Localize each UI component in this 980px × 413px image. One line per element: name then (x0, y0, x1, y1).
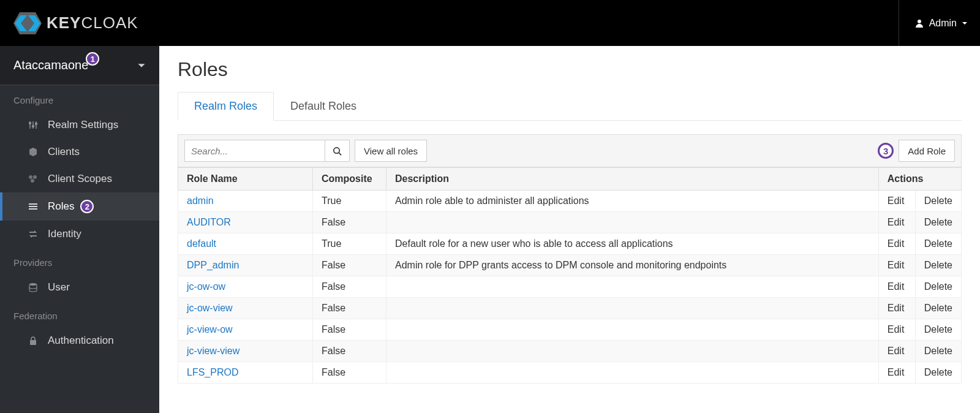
search-input[interactable] (184, 140, 325, 162)
toolbar: View all roles 3 Add Role (178, 134, 962, 167)
sidebar: Ataccamaone 1 Configure Realm Settings C… (0, 46, 159, 413)
add-role-button[interactable]: Add Role (899, 140, 955, 162)
role-composite: True (313, 191, 386, 212)
delete-action[interactable]: Delete (915, 319, 961, 341)
sidebar-item-roles[interactable]: Roles 2 (0, 192, 159, 221)
user-menu[interactable]: Admin (899, 0, 968, 46)
role-link[interactable]: jc-view-ow (187, 324, 233, 335)
svg-point-9 (36, 123, 37, 125)
user-icon (914, 18, 924, 28)
role-link[interactable]: admin (187, 195, 214, 206)
sidebar-item-realm-settings[interactable]: Realm Settings (0, 112, 159, 138)
sliders-icon (27, 120, 39, 130)
svg-point-18 (334, 147, 339, 153)
role-description (386, 298, 879, 319)
delete-action[interactable]: Delete (915, 362, 961, 384)
role-description (386, 362, 879, 384)
keycloak-logo-icon (12, 11, 43, 36)
col-header-composite: Composite (313, 168, 386, 191)
page-title: Roles (178, 58, 962, 81)
svg-point-7 (29, 123, 31, 124)
delete-action[interactable]: Delete (915, 191, 961, 212)
role-link[interactable]: jc-view-view (187, 346, 239, 356)
role-composite: False (313, 298, 386, 319)
sidebar-item-authentication[interactable]: Authentication (0, 327, 159, 354)
edit-action[interactable]: Edit (878, 362, 915, 384)
svg-point-11 (33, 175, 37, 179)
sidebar-item-clients[interactable]: Clients (0, 138, 159, 165)
role-description (386, 212, 879, 233)
svg-point-10 (29, 175, 32, 179)
table-row: jc-view-owFalseEditDelete (178, 319, 962, 341)
edit-action[interactable]: Edit (878, 276, 915, 298)
roles-table: Role Name Composite Description Actions … (178, 167, 962, 384)
col-header-name: Role Name (178, 168, 313, 191)
section-header-providers: Providers (0, 248, 159, 274)
table-row: jc-ow-viewFalseEditDelete (178, 298, 962, 319)
logo[interactable]: KEYCLOAK (12, 11, 138, 36)
chevron-down-icon (962, 20, 968, 26)
sidebar-item-label: Authentication (48, 335, 114, 347)
delete-action[interactable]: Delete (915, 255, 961, 276)
annotation-badge-3: 3 (878, 143, 894, 159)
topbar: KEYCLOAK Admin (0, 0, 980, 46)
chevron-down-icon (137, 61, 146, 70)
role-link[interactable]: default (187, 238, 216, 249)
sidebar-item-identity[interactable]: Identity (0, 221, 159, 248)
tabs: Realm Roles Default Roles (178, 92, 962, 121)
delete-action[interactable]: Delete (915, 276, 961, 298)
role-description: Admin role able to administer all applic… (386, 191, 879, 212)
role-link[interactable]: jc-ow-ow (187, 281, 225, 292)
sidebar-item-label: Realm Settings (48, 119, 118, 131)
cube-icon (27, 147, 39, 157)
table-row: adminTrueAdmin role able to administer a… (178, 191, 962, 212)
edit-action[interactable]: Edit (878, 298, 915, 319)
search-button[interactable] (325, 140, 350, 162)
svg-rect-17 (30, 340, 36, 345)
exchange-icon (27, 229, 39, 239)
tab-default-roles[interactable]: Default Roles (274, 92, 373, 121)
realm-selector[interactable]: Ataccamaone 1 (0, 46, 159, 85)
role-composite: False (313, 341, 386, 362)
sidebar-item-label: User (48, 281, 70, 294)
edit-action[interactable]: Edit (878, 319, 915, 341)
view-all-roles-button[interactable]: View all roles (355, 140, 427, 162)
sidebar-item-client-scopes[interactable]: Client Scopes (0, 165, 159, 192)
main-content: Roles Realm Roles Default Roles View all… (159, 46, 980, 413)
edit-action[interactable]: Edit (878, 255, 915, 276)
table-row: defaultTrueDefault role for a new user w… (178, 233, 962, 255)
role-description: Default role for a new user who is able … (386, 233, 879, 255)
user-name: Admin (929, 18, 957, 29)
svg-point-8 (32, 126, 34, 127)
role-link[interactable]: LFS_PROD (187, 367, 238, 377)
role-composite: False (313, 212, 386, 233)
lock-icon (27, 336, 39, 346)
role-link[interactable]: AUDITOR (187, 217, 231, 227)
logo-text: KEYCLOAK (47, 13, 138, 32)
col-header-description: Description (386, 168, 879, 191)
svg-rect-14 (29, 206, 37, 207)
role-link[interactable]: jc-ow-view (187, 303, 233, 313)
delete-action[interactable]: Delete (915, 298, 961, 319)
table-row: DPP_adminFalseAdmin role for DPP grants … (178, 255, 962, 276)
edit-action[interactable]: Edit (878, 233, 915, 255)
svg-point-16 (29, 283, 37, 286)
list-icon (27, 202, 39, 211)
annotation-badge-2: 2 (80, 200, 94, 213)
edit-action[interactable]: Edit (878, 212, 915, 233)
delete-action[interactable]: Delete (915, 233, 961, 255)
edit-action[interactable]: Edit (878, 341, 915, 362)
edit-action[interactable]: Edit (878, 191, 915, 212)
tab-realm-roles[interactable]: Realm Roles (178, 92, 274, 121)
sidebar-item-user[interactable]: User (0, 274, 159, 301)
search-icon (333, 146, 342, 156)
delete-action[interactable]: Delete (915, 341, 961, 362)
role-description (386, 341, 879, 362)
role-composite: False (313, 362, 386, 384)
role-link[interactable]: DPP_admin (187, 260, 239, 270)
svg-point-12 (31, 179, 34, 183)
database-icon (27, 282, 39, 292)
sidebar-item-label: Identity (48, 228, 81, 240)
delete-action[interactable]: Delete (915, 212, 961, 233)
section-header-federation: Federation (0, 301, 159, 327)
